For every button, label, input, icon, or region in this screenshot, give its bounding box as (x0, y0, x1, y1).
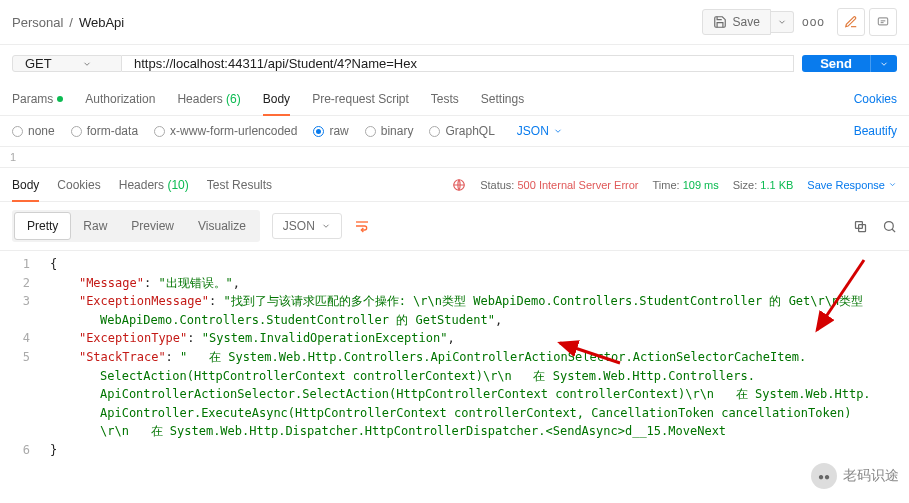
params-indicator-icon (57, 96, 63, 102)
tab-settings[interactable]: Settings (481, 83, 524, 115)
save-button[interactable]: Save (702, 9, 771, 35)
view-raw[interactable]: Raw (71, 212, 119, 240)
chevron-down-icon (553, 126, 563, 136)
tab-params[interactable]: Params (12, 83, 63, 115)
line-number: 1 (10, 151, 16, 163)
tab-prerequest[interactable]: Pre-request Script (312, 83, 409, 115)
response-tab-test-results[interactable]: Test Results (207, 169, 272, 201)
url-value: https://localhost:44311/api/Student/4?Na… (134, 56, 417, 71)
svg-point-7 (885, 221, 894, 230)
radio-none[interactable]: none (12, 124, 55, 138)
radio-binary[interactable]: binary (365, 124, 414, 138)
response-status: Status: 500 Internal Server Error Time: … (452, 178, 897, 192)
response-tab-cookies[interactable]: Cookies (57, 169, 100, 201)
send-button[interactable]: Send (802, 55, 870, 72)
response-tab-headers[interactable]: Headers (10) (119, 169, 189, 201)
edit-icon-button[interactable] (837, 8, 865, 36)
chevron-down-icon (82, 59, 92, 69)
save-dropdown-button[interactable] (771, 11, 794, 33)
radio-raw[interactable]: raw (313, 124, 348, 138)
tab-body[interactable]: Body (263, 83, 290, 115)
request-body-editor[interactable]: 1 (0, 146, 909, 168)
tab-tests[interactable]: Tests (431, 83, 459, 115)
search-icon[interactable] (882, 219, 897, 234)
response-body[interactable]: 1{ 2 "Message": "出现错误。", 3 "ExceptionMes… (0, 251, 909, 464)
chevron-down-icon (321, 221, 331, 231)
view-pretty[interactable]: Pretty (14, 212, 71, 240)
tab-headers[interactable]: Headers (6) (177, 83, 240, 115)
chevron-down-icon (888, 180, 897, 189)
tab-authorization[interactable]: Authorization (85, 83, 155, 115)
breadcrumb: Personal / WebApi (12, 15, 124, 30)
copy-icon[interactable] (853, 219, 868, 234)
beautify-link[interactable]: Beautify (854, 124, 897, 138)
method-select[interactable]: GET (12, 55, 122, 72)
response-tab-body[interactable]: Body (12, 169, 39, 201)
svg-rect-0 (878, 18, 887, 25)
watermark: ●● 老码识途 (811, 463, 899, 489)
method-value: GET (25, 56, 52, 71)
globe-icon (452, 178, 466, 192)
svg-line-8 (892, 229, 895, 232)
save-icon (713, 15, 727, 29)
breadcrumb-current[interactable]: WebApi (79, 15, 124, 30)
send-dropdown-button[interactable] (870, 55, 897, 72)
breadcrumb-sep: / (69, 15, 73, 30)
more-actions-button[interactable]: ooo (802, 15, 825, 29)
view-visualize[interactable]: Visualize (186, 212, 258, 240)
breadcrumb-root[interactable]: Personal (12, 15, 63, 30)
wrap-lines-icon[interactable] (354, 218, 370, 234)
comment-icon-button[interactable] (869, 8, 897, 36)
radio-graphql[interactable]: GraphQL (429, 124, 494, 138)
view-preview[interactable]: Preview (119, 212, 186, 240)
radio-x-www-form-urlencoded[interactable]: x-www-form-urlencoded (154, 124, 297, 138)
save-label: Save (733, 15, 760, 29)
cookies-link[interactable]: Cookies (854, 92, 897, 106)
avatar: ●● (811, 463, 837, 489)
response-format-select[interactable]: JSON (272, 213, 342, 239)
url-input[interactable]: https://localhost:44311/api/Student/4?Na… (122, 55, 794, 72)
save-response-button[interactable]: Save Response (807, 179, 897, 191)
body-format-select[interactable]: JSON (517, 124, 563, 138)
radio-form-data[interactable]: form-data (71, 124, 138, 138)
